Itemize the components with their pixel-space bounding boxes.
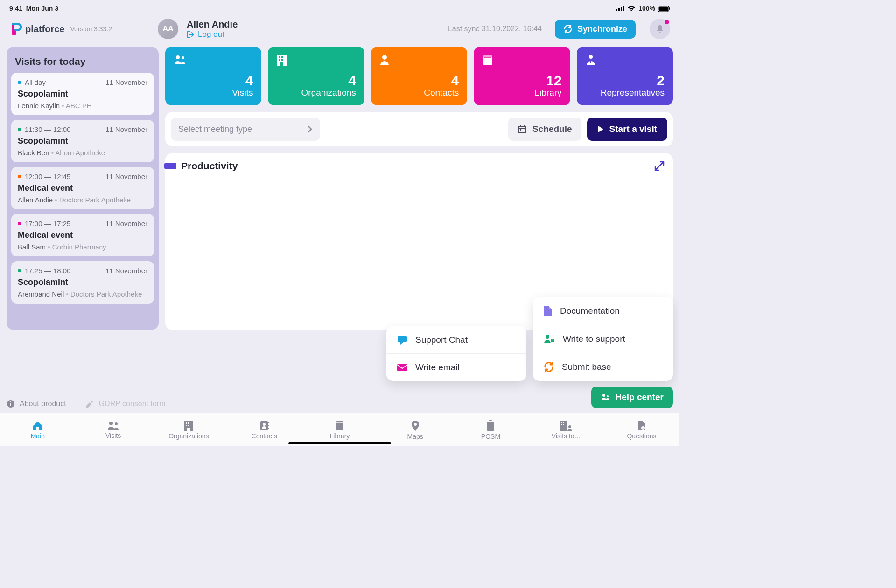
visit-subtitle: Allen Andie • Doctors Park Apotheke [18, 196, 147, 204]
nav-contacts[interactable]: Contacts [231, 420, 297, 440]
signal-icon [616, 6, 624, 11]
visit-title: Scopolamint [18, 277, 147, 287]
logo[interactable]: platforce [9, 22, 64, 35]
building-icon [183, 420, 194, 431]
tile-library[interactable]: 12 Library [474, 47, 570, 105]
tile-organizations[interactable]: 4 Organizations [268, 47, 364, 105]
popover-item-documentation[interactable]: Documentation [533, 297, 673, 325]
home-icon [32, 420, 44, 431]
logo-text: platforce [25, 24, 64, 35]
svg-rect-28 [397, 364, 407, 371]
synchronize-button[interactable]: Synchronize [555, 20, 636, 39]
tile-label: Visits [174, 88, 253, 98]
svg-rect-49 [336, 421, 343, 430]
book-icon [482, 54, 561, 66]
nav-questions[interactable]: ?Questions [609, 420, 674, 440]
svg-rect-2 [621, 7, 622, 11]
svg-rect-34 [10, 403, 11, 406]
nav-label: Organizations [168, 432, 209, 440]
notifications [650, 19, 670, 39]
svg-point-31 [602, 394, 605, 397]
contact-icon [259, 420, 269, 431]
header: platforce Version 3.33.2 AA Allen Andie … [0, 15, 679, 47]
meeting-type-select[interactable]: Select meeting type [171, 118, 320, 141]
popover-item-write-to-support[interactable]: Write to support [533, 325, 673, 353]
footer-links: About product GDRP consent form [7, 400, 166, 408]
svg-point-37 [115, 422, 118, 425]
svg-rect-58 [561, 424, 562, 425]
nav-library[interactable]: Library [307, 420, 372, 440]
battery-pct: 100% [638, 5, 655, 12]
logout-link[interactable]: Log out [187, 30, 238, 39]
chat-icon [397, 335, 408, 345]
nav-organizations[interactable]: Organizations [156, 420, 221, 440]
visit-date: 11 November [105, 78, 147, 86]
tile-label: Library [482, 88, 561, 98]
gdrp-link[interactable]: GDRP consent form [85, 400, 166, 408]
about-product-link[interactable]: About product [7, 400, 66, 408]
nav-posm[interactable]: POSM [458, 420, 523, 440]
visit-date: 11 November [105, 125, 147, 133]
productivity-title: Productivity [181, 160, 238, 172]
svg-rect-22 [518, 126, 526, 133]
tile-representatives[interactable]: 2 Representatives [577, 47, 673, 105]
nav-label: Questions [627, 432, 656, 440]
user-icon [379, 54, 459, 65]
nav-visitsto[interactable]: Visits to… [533, 420, 599, 440]
popover-item-submit-base[interactable]: Submit base [533, 353, 673, 381]
status-bar: 9:41 Mon Jun 3 100% [0, 0, 679, 15]
schedule-button[interactable]: Schedule [508, 118, 581, 141]
status-right: 100% [616, 5, 670, 12]
svg-point-29 [546, 335, 549, 339]
nav-maps[interactable]: Maps [383, 420, 448, 440]
popover-item-write-email[interactable]: Write email [386, 354, 526, 381]
expand-button[interactable] [654, 161, 665, 171]
nav-visits[interactable]: Visits [81, 421, 146, 439]
avatar[interactable]: AA [158, 19, 178, 39]
nav-label: Main [31, 432, 45, 440]
play-icon [597, 125, 604, 133]
visits-sidebar: Visits for today All day 11 November Sco… [7, 47, 159, 330]
svg-point-60 [568, 425, 571, 428]
user-block: Allen Andie Log out [187, 19, 238, 39]
visit-date: 11 November [105, 220, 147, 228]
help-icon [601, 393, 610, 402]
svg-point-7 [176, 55, 180, 59]
svg-rect-5 [659, 6, 668, 11]
visit-time: 12:00 — 12:45 [25, 173, 70, 180]
start-visit-button[interactable]: Start a visit [587, 118, 667, 141]
tile-contacts[interactable]: 4 Contacts [371, 47, 467, 105]
visit-time: 17:25 — 18:00 [25, 267, 70, 275]
svg-point-32 [607, 395, 609, 397]
clipboard-icon [485, 420, 496, 432]
pin-icon [411, 420, 420, 432]
svg-rect-27 [398, 336, 407, 342]
visit-card[interactable]: 17:00 — 17:25 11 November Medical event … [11, 214, 154, 256]
logo-icon [9, 22, 22, 35]
visit-time: 11:30 — 12:00 [25, 125, 70, 133]
visit-subtitle: Lennie Kaylin • ABC PH [18, 102, 147, 110]
nav-label: Visits [105, 432, 121, 439]
svg-rect-40 [188, 422, 189, 424]
visit-title: Medical event [18, 183, 147, 193]
mail-icon [397, 363, 408, 372]
visit-card[interactable]: All day 11 November Scopolamint Lennie K… [11, 73, 154, 115]
svg-rect-59 [563, 424, 564, 425]
svg-rect-42 [188, 425, 189, 426]
visit-card[interactable]: 11:30 — 12:00 11 November Scopolamint Bl… [11, 120, 154, 162]
visit-card[interactable]: 12:00 — 12:45 11 November Medical event … [11, 167, 154, 209]
svg-rect-10 [279, 56, 280, 58]
svg-point-19 [589, 55, 593, 59]
home-indicator [288, 442, 391, 444]
doctor-icon [585, 54, 665, 66]
svg-rect-39 [186, 422, 187, 424]
nav-main[interactable]: Main [5, 420, 70, 440]
visit-card[interactable]: 17:25 — 18:00 11 November Scopolamint Ar… [11, 261, 154, 304]
svg-rect-3 [623, 6, 624, 11]
tile-count: 4 [174, 74, 253, 88]
nav-label: POSM [481, 433, 500, 440]
popover-item-support-chat[interactable]: Support Chat [386, 326, 526, 354]
help-center-button[interactable]: Help center [591, 387, 673, 408]
tile-visits[interactable]: 4 Visits [165, 47, 261, 105]
wifi-icon [627, 6, 636, 12]
